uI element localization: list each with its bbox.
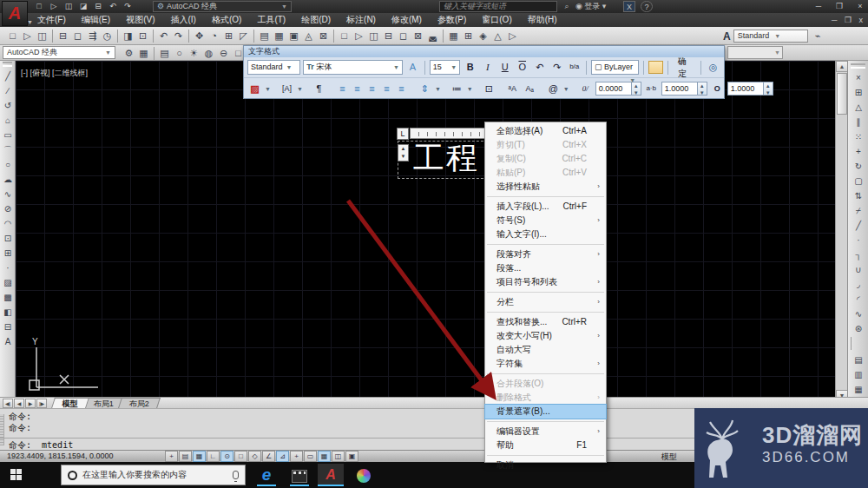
insert-field-icon[interactable]: ⊡ [482,82,496,96]
menu-8[interactable]: 修改(M) [384,13,430,27]
lineweight-toggle[interactable]: ▭ [304,451,317,462]
edge-browser-icon[interactable]: e [253,464,279,486]
tab-nav-icon[interactable]: ◀| [3,399,13,408]
arc-icon[interactable]: ⌒ [0,143,16,158]
start-button[interactable] [10,469,23,481]
menu-7[interactable]: 标注(N) [339,13,384,27]
dialog-title[interactable]: 文字格式 [244,46,724,57]
offset-icon[interactable]: ∥ [849,115,868,130]
dyn-ucs-toggle[interactable]: ⊿ [276,451,289,462]
plot2-icon[interactable]: ⊟ [381,29,396,43]
trim-icon[interactable]: ⌿ [849,204,868,219]
new-icon[interactable]: □ [33,1,45,12]
context-menu-item[interactable]: 选择性粘贴› [485,180,606,194]
color-select[interactable]: ▢ ByLayer▼ [591,60,639,75]
mtext-paragraph-spinner[interactable]: ▲▼ [398,144,409,162]
fillet-icon[interactable]: ◜ [849,293,868,307]
grid-toggle[interactable]: ▦ [193,451,206,462]
menu-5[interactable]: 工具(T) [249,13,293,27]
help-search-input[interactable]: 键入关键字或短语 [439,1,557,12]
undo-icon[interactable]: ↶ [156,29,171,43]
layout-tab-2[interactable]: 布局2 [118,398,161,408]
osnap-toggle[interactable]: □ [234,451,247,462]
menu-6[interactable]: 绘图(D) [293,13,339,27]
align-button-2[interactable]: ≡ [365,82,379,96]
sheetset-icon[interactable]: ▣ [286,29,301,43]
context-menu-item[interactable]: 分栏› [485,295,606,309]
plot-icon[interactable]: ⊟ [92,1,104,12]
save-icon[interactable]: ◫ [35,29,49,43]
uppercase-icon[interactable]: ᵃA [505,82,520,96]
dwf-icon[interactable]: ◷ [100,29,115,43]
point-icon[interactable]: · [0,261,16,276]
dyn-input-toggle[interactable]: + [290,451,303,462]
width-factor-spinner[interactable]: 1.0000▲▼ [727,82,773,96]
new-icon[interactable]: □ [5,29,20,43]
context-menu-item[interactable]: 合并段落(O) [485,377,606,391]
context-menu-item[interactable]: 编辑器设置› [485,425,606,439]
zoomwin-icon[interactable]: ⊞ [221,29,236,43]
freeze-icon[interactable]: ◍ [201,46,216,61]
tab-nav-icon[interactable]: ▶ [25,399,36,408]
numbering-icon[interactable]: ≔ [450,82,464,96]
options-icon[interactable]: ◎ [706,60,720,75]
tab-nav-icon[interactable]: |▶ [36,399,47,408]
mtext-icon[interactable]: A [0,335,16,350]
publish-icon[interactable]: ⇶ [85,29,100,43]
draworder-front-icon[interactable]: ▤ [849,353,868,368]
color-icon[interactable]: △ [490,29,505,43]
xline-icon[interactable]: ∕ [0,84,16,99]
dim-style-icon[interactable]: ⌁ [811,29,825,43]
otrack-toggle[interactable]: ∠ [262,451,275,462]
italic-button[interactable]: I [480,60,495,75]
context-menu-item[interactable]: 剪切(T)Ctrl+X [485,138,606,152]
mtext-content[interactable]: 工程 [413,137,479,180]
context-menu-item[interactable]: 自动大写 [485,343,606,357]
layers-icon[interactable]: ▦ [446,29,461,43]
context-menu-item[interactable]: 帮助F1 [485,439,606,452]
undo-icon[interactable]: ↶ [107,1,119,12]
line-icon[interactable]: ╱ [0,69,16,84]
paragraph-icon[interactable]: ¶ [312,82,326,96]
redo-icon[interactable]: ↷ [171,29,186,43]
context-menu-item[interactable]: 全部选择(A)Ctrl+A [485,124,606,138]
open-icon[interactable]: ▷ [48,1,60,12]
layer-select[interactable]: ▼ [727,46,783,59]
selcycle-toggle[interactable]: ▣ [345,451,358,462]
save2-icon[interactable]: ◫ [366,29,381,43]
insert-block-icon[interactable]: ⊡ [0,232,16,247]
close-button[interactable]: × [854,0,866,12]
bold-button[interactable]: B [463,60,477,75]
ellipse-arc-icon[interactable]: ◠ [0,217,16,232]
menu-9[interactable]: 参数(P) [430,13,474,27]
copy2-icon[interactable]: ◻ [396,29,411,43]
menu-2[interactable]: 视图(V) [118,13,162,27]
menu-0[interactable]: 文件(F) [30,13,74,27]
spline-icon[interactable]: ∿ [0,188,16,202]
autocad-logo[interactable]: A▼ [2,1,28,26]
toolbar-grip[interactable] [851,63,865,69]
tracking-spinner[interactable]: 1.0000▲▼ [661,82,707,96]
transparency-toggle[interactable]: ▦ [318,451,331,462]
menu-10[interactable]: 窗口(O) [474,13,519,27]
context-menu-item[interactable]: 段落对齐› [485,247,606,261]
stack-button[interactable]: b/a [567,60,582,75]
menu-3[interactable]: 插入(I) [162,13,203,27]
drawing-canvas[interactable]: [-] [俯视] [二维线框] [16,61,835,397]
exchange-apps-icon[interactable]: X [623,1,635,12]
context-menu-item[interactable]: 字符集› [485,357,606,371]
font-select[interactable]: Tr 宋体▼ [303,60,403,75]
workspace-toolbar-select[interactable]: AutoCAD 经典▼ [3,46,115,59]
qcalc-icon[interactable]: ⊠ [316,29,331,43]
rotate-icon[interactable]: ↻ [849,160,868,175]
context-menu-item[interactable]: 段落... [485,261,606,275]
login-button[interactable]: ◉ 登录 ▾ [575,1,619,12]
context-menu-item[interactable]: 改变大小写(H)› [485,329,606,343]
pan-icon[interactable]: ✥ [192,29,207,43]
line-spacing-icon[interactable]: ⇕ [418,82,432,96]
video-editor-icon[interactable] [286,464,312,486]
stretch-icon[interactable]: ⇅ [849,189,868,204]
gradient-icon[interactable]: ▩ [0,291,16,306]
align-button-0[interactable]: ≡ [335,82,350,96]
context-menu-item[interactable]: 插入字段(L)...Ctrl+F [485,200,606,214]
